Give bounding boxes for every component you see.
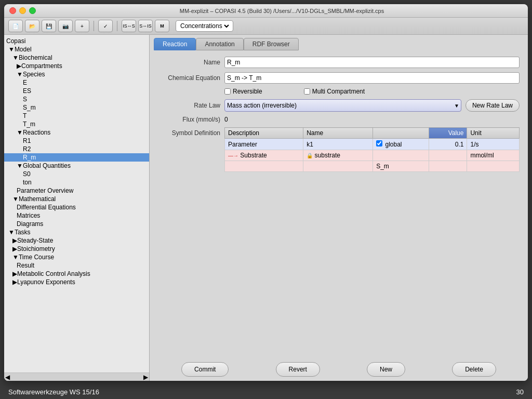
traffic-lights (9, 7, 36, 14)
symbol-table-wrap: Description Name Value Unit (224, 127, 520, 172)
reversible-checkbox[interactable] (224, 88, 231, 95)
tab-bar: Reaction Annotation RDF Browser (150, 35, 528, 50)
rate-law-select[interactable]: Mass action (irreversible) Mass action (… (224, 99, 461, 112)
tab-rdf-browser[interactable]: RDF Browser (244, 38, 299, 50)
sidebar-item-s[interactable]: S (4, 95, 149, 103)
maximize-button[interactable] (29, 7, 36, 14)
sidebar-item-compartments[interactable]: ▶Compartments (4, 62, 149, 70)
sidebar-item-es[interactable]: ES (4, 87, 149, 95)
param-name: k1 (303, 139, 373, 150)
sidebar-item-stoichiometry[interactable]: ▶Stoichiometry (4, 245, 149, 253)
is-s-btn[interactable]: IS↔S (122, 20, 136, 32)
sidebar-item-e[interactable]: E (4, 78, 149, 87)
sidebar-item-rm[interactable]: R_m (4, 153, 149, 162)
sidebar-item-global[interactable]: ▼Global Quantities (4, 162, 149, 170)
scroll-right-icon[interactable]: ▶ (143, 374, 148, 381)
separator1 (94, 21, 94, 31)
sidebar-item-matrices[interactable]: Matrices (4, 211, 149, 220)
substrate-global (373, 150, 429, 161)
mrun-btn[interactable]: M (155, 20, 169, 32)
param-value: 0.1 (429, 139, 467, 150)
content-area: Reaction Annotation RDF Browser Name Che… (150, 35, 528, 381)
open-btn[interactable]: 📂 (25, 20, 39, 32)
main-area: Copasi ▼Model ▼Biochemical ▶Compartments… (4, 35, 528, 381)
name-row: Name (158, 57, 520, 68)
save-btn[interactable]: 💾 (42, 20, 56, 32)
col-name: Name (303, 128, 373, 139)
sidebar-item-ton[interactable]: ton (4, 178, 149, 187)
new-button[interactable]: New (367, 362, 405, 377)
tab-reaction[interactable]: Reaction (154, 38, 196, 50)
name-input[interactable] (224, 57, 520, 68)
param-global-checkbox[interactable] (376, 140, 382, 147)
sidebar-item-s0[interactable]: S0 (4, 170, 149, 178)
sidebar-item-mathematical[interactable]: ▼Mathematical (4, 195, 149, 203)
chemical-equation-input[interactable] (224, 72, 520, 84)
close-button[interactable] (9, 7, 16, 14)
app-window: MM-explizit – COPASI 4.5 (Build 30) /Use… (4, 4, 528, 381)
col-description: Description (225, 128, 303, 139)
check-btn[interactable]: ✓ (98, 20, 113, 32)
sidebar-bottom: ◀ ▶ (4, 373, 149, 381)
substrate-description-text: Substrate (240, 152, 267, 159)
sidebar-item-tasks[interactable]: ▼Tasks (4, 228, 149, 236)
sidebar-item-lyapunov[interactable]: ▶Lyapunov Exponents (4, 278, 149, 286)
param-description: Parameter (225, 139, 303, 150)
chemical-equation-row: Chemical Equation (158, 72, 520, 84)
sidebar-content[interactable]: Copasi ▼Model ▼Biochemical ▶Compartments… (4, 35, 149, 373)
sidebar-item-diagrams[interactable]: Diagrams (4, 220, 149, 228)
flux-label: Flux (mmol/s) (158, 116, 220, 123)
concentrations-select[interactable]: Concentrations (178, 22, 231, 30)
table-row: Parameter k1 global 0.1 1/s (225, 139, 520, 150)
revert-button[interactable]: Revert (276, 362, 320, 377)
table-row: —→ Substrate 🔒 substrate (225, 150, 520, 161)
delete-button[interactable]: Delete (452, 362, 496, 377)
concentrations-dropdown[interactable]: Concentrations (176, 20, 233, 32)
sidebar: Copasi ▼Model ▼Biochemical ▶Compartments… (4, 35, 150, 381)
sidebar-item-biochemical[interactable]: ▼Biochemical (4, 54, 149, 62)
content-panel: Name Chemical Equation Reversible (150, 50, 528, 358)
new-file-btn[interactable]: 📄 (8, 20, 23, 32)
symbol-section: Symbol Definition Description Name Value (158, 127, 520, 172)
flux-row: Flux (mmol/s) 0 (158, 116, 520, 123)
multi-compartment-item: Multi Compartment (304, 88, 365, 95)
table-row: S_m (225, 161, 520, 172)
substrate-description: —→ Substrate (225, 150, 303, 161)
param-global-cell: global (373, 139, 429, 150)
toolbar: 📄 📂 💾 📷 + ✓ IS↔S S↔IS M Concentrations (4, 18, 528, 35)
smapping-description (225, 161, 303, 172)
sidebar-item-paramoverview[interactable]: Parameter Overview (4, 187, 149, 195)
scroll-left-icon[interactable]: ◀ (5, 374, 10, 381)
sidebar-item-result[interactable]: Result (4, 261, 149, 270)
sidebar-item-species[interactable]: ▼Species (4, 70, 149, 78)
camera-btn[interactable]: 📷 (58, 20, 73, 32)
s-is-btn[interactable]: S↔IS (138, 20, 153, 32)
plus-btn[interactable]: + (75, 20, 89, 32)
multi-compartment-label: Multi Compartment (312, 88, 365, 95)
sidebar-item-tm[interactable]: T_m (4, 120, 149, 128)
new-rate-law-button[interactable]: New Rate Law (466, 99, 520, 112)
param-global-label: global (385, 141, 402, 148)
sidebar-item-r2[interactable]: R2 (4, 145, 149, 153)
lock-icon: 🔒 (307, 153, 313, 158)
substrate-arrow-icon: —→ (228, 153, 238, 158)
reversible-label: Reversible (233, 88, 262, 95)
sidebar-item-r1[interactable]: R1 (4, 137, 149, 145)
separator2 (117, 21, 117, 31)
col-value: Value (429, 128, 467, 139)
sidebar-item-timecourse[interactable]: ▼Time Course (4, 253, 149, 261)
multi-compartment-checkbox[interactable] (304, 88, 310, 95)
sidebar-item-reactions[interactable]: ▼Reactions (4, 128, 149, 137)
rate-law-label: Rate Law (158, 102, 220, 109)
sidebar-item-diffeq[interactable]: Differential Equations (4, 203, 149, 211)
sidebar-root[interactable]: Copasi (4, 37, 149, 45)
minimize-button[interactable] (19, 7, 26, 14)
sidebar-item-model[interactable]: ▼Model (4, 45, 149, 54)
tab-annotation[interactable]: Annotation (196, 38, 243, 50)
sidebar-item-steadystate[interactable]: ▶Steady-State (4, 236, 149, 245)
chemical-equation-label: Chemical Equation (158, 74, 220, 82)
sidebar-item-metabolic[interactable]: ▶Metabolic Control Analysis (4, 270, 149, 278)
sidebar-item-sm[interactable]: S_m (4, 103, 149, 112)
sidebar-item-t[interactable]: T (4, 112, 149, 120)
commit-button[interactable]: Commit (181, 362, 229, 377)
